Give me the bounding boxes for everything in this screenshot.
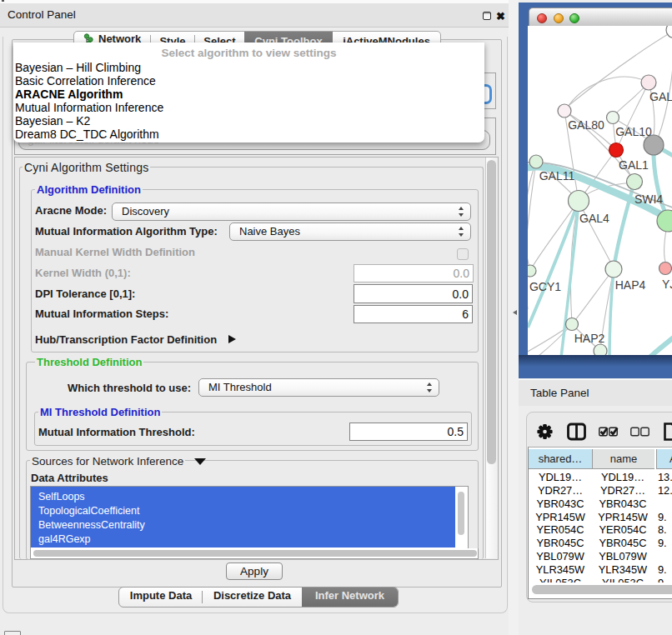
- svg-text:YJ: YJ: [662, 278, 672, 291]
- svg-text:SWI4: SWI4: [634, 192, 663, 206]
- svg-text:GCY1: GCY1: [529, 280, 561, 293]
- svg-text:GAL80: GAL80: [568, 118, 604, 132]
- svg-text:GAL11: GAL11: [539, 169, 575, 182]
- svg-text:HAP4: HAP4: [615, 278, 646, 292]
- svg-text:GAL4: GAL4: [579, 212, 609, 225]
- svg-text:GAL10: GAL10: [615, 125, 652, 138]
- svg-text:GAL1: GAL1: [619, 158, 649, 172]
- svg-text:GAL7: GAL7: [649, 90, 672, 103]
- svg-text:HAP2: HAP2: [574, 332, 605, 345]
